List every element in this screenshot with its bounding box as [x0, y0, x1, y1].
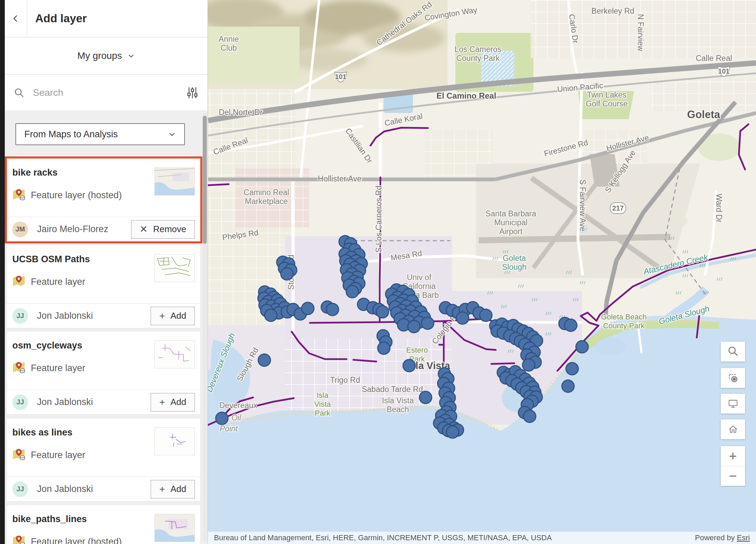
- layer-card-bikes-as-lines[interactable]: bikes as lines Feature layer JJ Jon Jabl…: [7, 418, 200, 501]
- feature-layer-icon: [12, 361, 25, 375]
- layer-type-label: Feature layer (hosted): [31, 190, 122, 201]
- map-label: N Fairview: [636, 14, 645, 51]
- map-label: Point: [220, 424, 238, 433]
- bike-rack-point[interactable]: [265, 309, 277, 321]
- group-filter-dropdown[interactable]: My groups: [5, 37, 207, 75]
- bike-rack-point[interactable]: [566, 363, 578, 375]
- filter-sliders-icon[interactable]: [186, 87, 199, 99]
- esri-link[interactable]: Esri: [737, 533, 750, 542]
- map-label: GoletaSlough: [502, 254, 527, 271]
- bike-rack-point[interactable]: [565, 319, 577, 331]
- bike-rack-point[interactable]: [302, 302, 314, 315]
- monitor-map-button[interactable]: [721, 394, 745, 414]
- chevron-left-icon: [11, 14, 20, 23]
- layer-type-label: Feature layer: [31, 450, 85, 460]
- avatar: JJ: [12, 308, 28, 324]
- bike-rack-point[interactable]: [522, 359, 535, 371]
- bike-rack-point[interactable]: [326, 303, 339, 316]
- avatar: JM: [12, 222, 28, 237]
- bike-rack-point[interactable]: [421, 317, 434, 329]
- bike-rack-point[interactable]: [346, 286, 358, 298]
- bike-rack-point[interactable]: [446, 426, 459, 438]
- layer-card-top: bike racks Feature layer (hosted): [7, 159, 200, 217]
- layer-card-top: UCSB OSM Paths Feature layer: [7, 245, 200, 303]
- add-layer-button[interactable]: +Add: [151, 480, 195, 498]
- bike-rack-point[interactable]: [576, 341, 588, 353]
- basemap-map-button[interactable]: [721, 368, 745, 388]
- search-row: [5, 75, 207, 111]
- remove-layer-button[interactable]: ✕Remove: [131, 220, 195, 239]
- bike-route-line[interactable]: [491, 363, 514, 364]
- layer-card-top: bikes as lines Feature layer: [7, 418, 200, 477]
- map-label: Trigo Rd: [330, 376, 360, 384]
- layer-type-label: Feature layer: [31, 363, 85, 374]
- owner-name: Jairo Melo-Florez: [37, 224, 109, 235]
- bike-rack-point[interactable]: [456, 312, 469, 324]
- powered-by: Powered by Esri: [695, 533, 750, 542]
- bike-rack-point[interactable]: [408, 320, 420, 333]
- layer-title: bikes as lines: [12, 427, 73, 438]
- map-label: S Los Carneros Rd: [374, 186, 383, 253]
- avatar: JJ: [12, 481, 28, 497]
- map-view[interactable]: AnnieClubCathedral Oaks RdCovington WayL…: [208, 0, 756, 544]
- add-layer-button[interactable]: +Add: [151, 393, 195, 412]
- map-label: Camino RealMarketplace: [244, 188, 289, 206]
- layer-card-bike-racks[interactable]: bike racks Feature layer (hosted) JM Jai…: [5, 156, 202, 243]
- bike-rack-point[interactable]: [376, 306, 389, 318]
- svg-text:217: 217: [612, 204, 623, 212]
- layer-type-label: Feature layer (hosted): [31, 536, 122, 544]
- plus-icon: +: [159, 311, 165, 321]
- layer-card-owner-row: JJ Jon Jablonski +Add: [7, 477, 200, 501]
- layer-title: UCSB OSM Paths: [12, 254, 90, 265]
- layer-thumbnail: [154, 427, 195, 455]
- search-icon: [727, 345, 739, 358]
- attribution-bar: Bureau of Land Management, Esri, HERE, G…: [208, 532, 756, 544]
- layer-thumbnail: [154, 167, 195, 195]
- bike-rack-point[interactable]: [524, 410, 536, 422]
- bike-rack-point[interactable]: [281, 268, 293, 280]
- map-label: Goleta: [687, 109, 720, 121]
- layer-title: bike_paths_lines: [12, 514, 87, 524]
- plus-icon: +: [159, 484, 165, 494]
- add-layer-button[interactable]: +Add: [151, 307, 195, 325]
- bike-rack-point[interactable]: [216, 412, 228, 425]
- highway-shield: 217: [610, 203, 626, 214]
- owner-name: Jon Jablonski: [37, 484, 93, 494]
- map-label: Devereaux: [219, 401, 257, 410]
- group-filter-label: My groups: [77, 50, 122, 61]
- bike-rack-point[interactable]: [562, 380, 574, 392]
- layer-card-ucsb-osm-paths[interactable]: UCSB OSM Paths Feature layer JJ Jon Jabl…: [7, 245, 200, 328]
- layer-card-osm-cycleways[interactable]: osm_cycleways Feature layer JJ Jon Jablo…: [7, 331, 200, 414]
- layer-thumbnail: [154, 514, 195, 542]
- zoom-in-button[interactable]: +: [721, 446, 745, 466]
- bike-rack-point[interactable]: [378, 342, 390, 354]
- layer-card-bike-paths-lines[interactable]: bike_paths_lines Feature layer (hosted): [7, 505, 200, 544]
- chevron-down-icon: [127, 52, 135, 60]
- map-label: Oil: [231, 413, 241, 422]
- map-label: El Camino Real: [437, 91, 496, 100]
- close-icon: ✕: [140, 225, 148, 234]
- panel-scrollbar-thumb[interactable]: [203, 116, 207, 244]
- bike-route-line[interactable]: [208, 184, 229, 185]
- map-label: Berkeley Rd: [591, 7, 634, 15]
- map-label: Calle Real: [696, 54, 732, 63]
- search-input[interactable]: [32, 87, 179, 99]
- layer-card-top: bike_paths_lines Feature layer (hosted): [7, 505, 200, 544]
- bike-rack-point[interactable]: [480, 309, 492, 321]
- bike-rack-point[interactable]: [403, 359, 415, 372]
- feature-layer-icon: [12, 275, 25, 289]
- feature-layer-icon: [12, 534, 25, 544]
- map-label: S Fairview Ave: [578, 179, 587, 231]
- feature-layer-icon: [12, 188, 25, 202]
- zoom-out-button[interactable]: −: [721, 466, 745, 486]
- bike-rack-point[interactable]: [258, 354, 270, 366]
- map-label: Ward Dr: [715, 194, 723, 223]
- back-button[interactable]: [5, 0, 27, 37]
- map-label: AnnieClub: [219, 35, 239, 52]
- map-canvas[interactable]: AnnieClubCathedral Oaks RdCovington WayL…: [208, 0, 756, 544]
- bike-rack-point[interactable]: [419, 391, 432, 404]
- search-map-button[interactable]: [721, 342, 745, 362]
- map-label: Del Norte Dr: [219, 108, 263, 117]
- collection-dropdown[interactable]: From Maps to Analysis: [15, 123, 185, 145]
- home-map-button[interactable]: [721, 419, 745, 439]
